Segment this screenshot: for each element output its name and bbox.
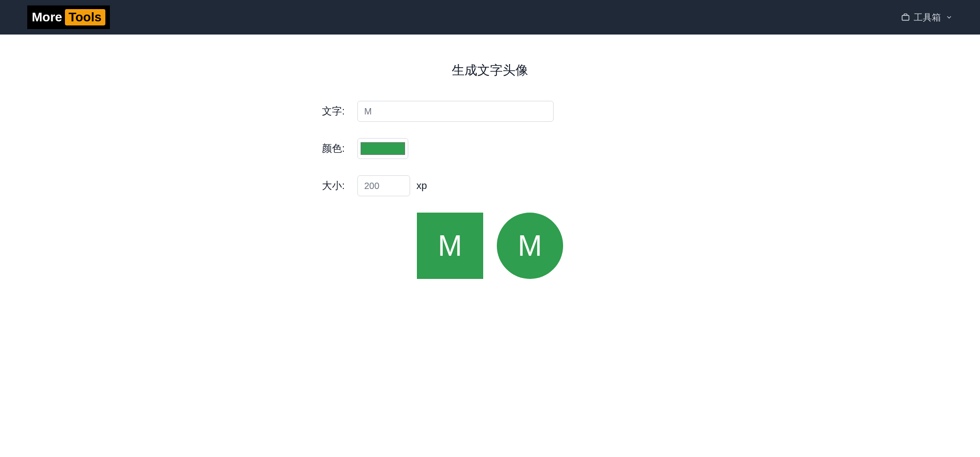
avatar-square-preview: M (417, 213, 483, 279)
size-row: 大小: xp (322, 175, 658, 196)
chevron-down-icon (945, 14, 953, 21)
color-label: 颜色: (322, 142, 357, 155)
nav-toolbox-dropdown[interactable]: 工具箱 (901, 11, 953, 24)
navbar: More Tools 工具箱 (0, 0, 980, 35)
toolbox-icon (901, 13, 910, 22)
preview-row: M M (322, 213, 658, 279)
svg-rect-0 (902, 15, 909, 20)
page-title: 生成文字头像 (452, 62, 528, 79)
logo-text-tools: Tools (65, 9, 105, 25)
color-input[interactable] (357, 138, 408, 159)
text-row: 文字: (322, 101, 658, 122)
logo-text-more: More (32, 10, 62, 25)
size-label: 大小: (322, 179, 357, 193)
nav-toolbox-label: 工具箱 (914, 11, 941, 24)
color-row: 颜色: (322, 138, 658, 159)
avatar-circle-preview: M (497, 213, 563, 279)
form-container: 文字: 颜色: 大小: xp M M (322, 101, 658, 279)
avatar-circle-text: M (518, 229, 542, 263)
size-input[interactable] (357, 175, 410, 196)
size-unit: xp (416, 180, 427, 192)
main-content: 生成文字头像 文字: 颜色: 大小: xp M M (0, 35, 980, 306)
avatar-square-text: M (438, 229, 462, 263)
text-label: 文字: (322, 104, 357, 118)
text-input[interactable] (357, 101, 554, 122)
logo[interactable]: More Tools (27, 5, 110, 29)
